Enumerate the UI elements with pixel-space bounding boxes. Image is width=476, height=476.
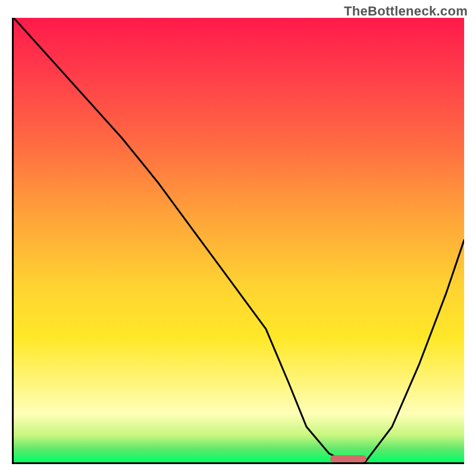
- watermark-label: TheBottleneck.com: [344, 4, 468, 19]
- optimal-marker: [330, 455, 367, 462]
- plot-area: [12, 18, 464, 464]
- bottleneck-curve: [14, 18, 464, 462]
- chart-container: TheBottleneck.com: [0, 0, 476, 476]
